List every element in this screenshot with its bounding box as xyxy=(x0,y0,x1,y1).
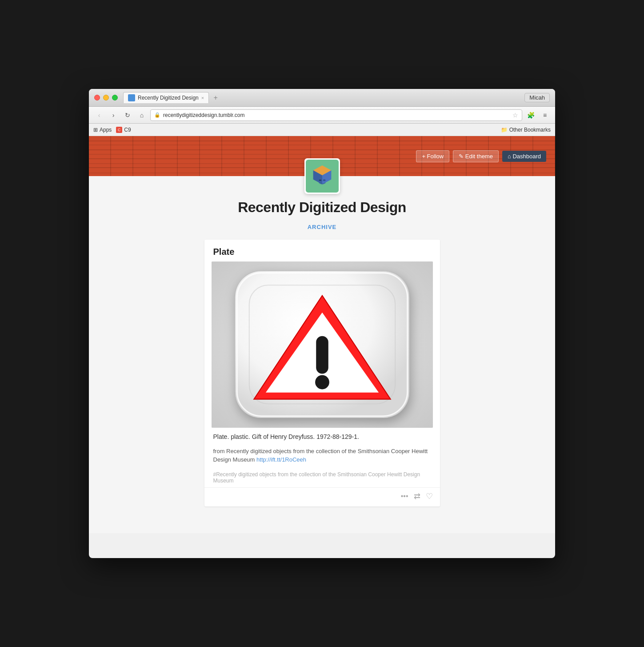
blog-title: Recently Digitized Design xyxy=(89,194,555,219)
tab-title: Recently Digitized Design xyxy=(138,95,199,101)
close-button[interactable] xyxy=(94,95,100,100)
bookmark-c9-label: C9 xyxy=(124,127,131,133)
reload-button[interactable]: ↻ xyxy=(122,109,133,121)
heart-icon: ♡ xyxy=(426,491,433,501)
forward-button[interactable]: › xyxy=(108,109,119,121)
forward-arrow-icon: › xyxy=(112,112,115,119)
user-label: Micah xyxy=(524,93,550,102)
c9-favicon: C xyxy=(116,127,122,133)
menu-button[interactable]: ≡ xyxy=(539,109,551,121)
post-actions: ••• ⇄ ♡ xyxy=(204,487,440,506)
plate-scene xyxy=(212,261,433,428)
home-button[interactable]: ⌂ xyxy=(136,109,148,121)
posts-container: Plate xyxy=(204,240,440,506)
lock-icon: 🔒 xyxy=(154,112,160,118)
bookmark-star-icon[interactable]: ☆ xyxy=(512,112,518,119)
reload-icon: ↻ xyxy=(125,112,130,119)
ellipsis-icon: ••• xyxy=(401,492,408,500)
blog-avatar xyxy=(304,158,340,194)
tab-bar: Recently Digitized Design × + xyxy=(123,92,524,103)
url-display: recentlydigitizeddesign.tumblr.com xyxy=(163,112,510,118)
like-button[interactable]: ♡ xyxy=(426,491,433,501)
avatar-svg xyxy=(306,160,339,193)
fullscreen-button[interactable] xyxy=(112,95,118,100)
active-tab[interactable]: Recently Digitized Design × xyxy=(123,92,209,103)
title-bar: Recently Digitized Design × + Micah xyxy=(89,89,555,107)
back-button[interactable]: ‹ xyxy=(93,109,105,121)
extensions-icon: 🧩 xyxy=(527,112,535,119)
new-tab-button[interactable]: + xyxy=(211,93,220,103)
post-caption: Plate. plastic. Gift of Henry Dreyfuss. … xyxy=(204,428,440,444)
archive-link[interactable]: ARCHIVE xyxy=(308,224,337,230)
post-source-link[interactable]: http://ift.tt/1RoCeeh xyxy=(256,456,306,463)
avatar-container xyxy=(89,158,555,194)
home-icon: ⌂ xyxy=(140,112,144,119)
bookmark-apps[interactable]: ⊞ Apps xyxy=(93,127,112,133)
extensions-button[interactable]: 🧩 xyxy=(525,109,536,121)
browser-window: Recently Digitized Design × + Micah ‹ › … xyxy=(89,89,555,558)
traffic-lights xyxy=(94,95,118,100)
post-title: Plate xyxy=(204,240,440,261)
apps-grid-icon: ⊞ xyxy=(93,127,98,133)
more-options-button[interactable]: ••• xyxy=(401,492,408,500)
back-arrow-icon: ‹ xyxy=(98,112,100,119)
folder-icon: 📁 xyxy=(501,127,508,133)
svg-point-16 xyxy=(315,375,329,390)
blog-nav: ARCHIVE xyxy=(89,219,555,240)
nav-bar: ‹ › ↻ ⌂ 🔒 recentlydigitizeddesign.tumblr… xyxy=(89,107,555,124)
post-image xyxy=(212,261,433,428)
svg-rect-15 xyxy=(316,336,328,374)
post-card: Plate xyxy=(204,240,440,506)
bookmark-c9[interactable]: C C9 xyxy=(116,127,131,133)
other-bookmarks-label[interactable]: Other Bookmarks xyxy=(509,127,551,133)
menu-icon: ≡ xyxy=(543,112,547,119)
post-source: from Recently digitized objects from the… xyxy=(204,444,440,470)
tab-close-icon[interactable]: × xyxy=(201,95,204,100)
post-tags: #Recently digitized objects from the col… xyxy=(204,470,440,487)
bookmark-apps-label: Apps xyxy=(100,127,112,133)
tab-favicon xyxy=(128,94,135,101)
bookmarks-right: 📁 Other Bookmarks xyxy=(501,127,551,133)
reblog-icon: ⇄ xyxy=(414,491,420,501)
post-image-container xyxy=(204,261,440,428)
minimize-button[interactable] xyxy=(103,95,109,100)
reblog-button[interactable]: ⇄ xyxy=(414,491,420,501)
address-bar[interactable]: 🔒 recentlydigitizeddesign.tumblr.com ☆ xyxy=(150,109,522,121)
blog-content: + Follow ✎ Edit theme ⌂ Dashboard xyxy=(89,136,555,533)
bookmarks-bar: ⊞ Apps C C9 📁 Other Bookmarks xyxy=(89,124,555,136)
